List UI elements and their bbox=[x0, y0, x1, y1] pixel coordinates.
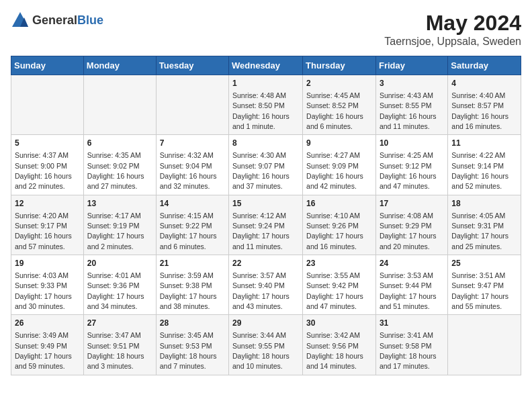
calendar-cell: 26Sunrise: 3:49 AM Sunset: 9:49 PM Dayli… bbox=[11, 315, 84, 375]
header-cell-sunday: Sunday bbox=[11, 56, 84, 75]
day-number: 4 bbox=[451, 78, 517, 89]
day-info: Sunrise: 3:44 AM Sunset: 9:55 PM Dayligh… bbox=[232, 331, 290, 370]
day-number: 21 bbox=[160, 258, 225, 269]
calendar-cell: 20Sunrise: 4:01 AM Sunset: 9:36 PM Dayli… bbox=[83, 255, 156, 315]
header-cell-wednesday: Wednesday bbox=[229, 56, 303, 75]
day-number: 9 bbox=[306, 138, 372, 149]
day-number: 14 bbox=[160, 198, 225, 210]
day-number: 5 bbox=[15, 138, 80, 149]
day-number: 7 bbox=[160, 138, 225, 149]
calendar-cell: 9Sunrise: 4:27 AM Sunset: 9:09 PM Daylig… bbox=[303, 135, 376, 195]
day-number: 3 bbox=[380, 78, 444, 89]
day-info: Sunrise: 4:37 AM Sunset: 9:00 PM Dayligh… bbox=[15, 151, 72, 190]
day-info: Sunrise: 4:25 AM Sunset: 9:12 PM Dayligh… bbox=[380, 151, 437, 190]
day-info: Sunrise: 4:17 AM Sunset: 9:19 PM Dayligh… bbox=[87, 212, 144, 250]
header-cell-monday: Monday bbox=[83, 56, 156, 75]
day-number: 11 bbox=[451, 138, 517, 149]
calendar-cell: 22Sunrise: 3:57 AM Sunset: 9:40 PM Dayli… bbox=[229, 255, 303, 315]
calendar-week-2: 5Sunrise: 4:37 AM Sunset: 9:00 PM Daylig… bbox=[11, 135, 521, 195]
calendar-header: SundayMondayTuesdayWednesdayThursdayFrid… bbox=[11, 56, 521, 75]
day-info: Sunrise: 3:55 AM Sunset: 9:42 PM Dayligh… bbox=[306, 271, 363, 310]
calendar-body: 1Sunrise: 4:48 AM Sunset: 8:50 PM Daylig… bbox=[11, 75, 521, 375]
calendar-cell: 28Sunrise: 3:45 AM Sunset: 9:53 PM Dayli… bbox=[156, 315, 228, 375]
day-number: 10 bbox=[380, 138, 444, 149]
main-title: May 2024 bbox=[384, 11, 521, 36]
calendar-cell: 3Sunrise: 4:43 AM Sunset: 8:55 PM Daylig… bbox=[375, 75, 447, 135]
day-info: Sunrise: 3:59 AM Sunset: 9:38 PM Dayligh… bbox=[160, 271, 217, 310]
calendar-cell: 1Sunrise: 4:48 AM Sunset: 8:50 PM Daylig… bbox=[229, 75, 303, 135]
day-number: 26 bbox=[15, 318, 80, 329]
calendar-cell: 25Sunrise: 3:51 AM Sunset: 9:47 PM Dayli… bbox=[448, 255, 521, 315]
calendar-cell: 16Sunrise: 4:10 AM Sunset: 9:26 PM Dayli… bbox=[303, 195, 376, 255]
calendar-cell: 12Sunrise: 4:20 AM Sunset: 9:17 PM Dayli… bbox=[11, 195, 84, 255]
calendar-cell: 11Sunrise: 4:22 AM Sunset: 9:14 PM Dayli… bbox=[448, 135, 521, 195]
day-number: 13 bbox=[87, 198, 152, 210]
day-number: 17 bbox=[380, 198, 444, 210]
logo-general-text: General bbox=[32, 13, 77, 27]
calendar-cell: 31Sunrise: 3:41 AM Sunset: 9:58 PM Dayli… bbox=[375, 315, 447, 375]
day-number: 30 bbox=[306, 318, 372, 329]
day-number: 16 bbox=[306, 198, 372, 210]
day-info: Sunrise: 4:48 AM Sunset: 8:50 PM Dayligh… bbox=[232, 91, 290, 130]
day-number: 31 bbox=[380, 318, 444, 329]
day-info: Sunrise: 3:53 AM Sunset: 9:44 PM Dayligh… bbox=[380, 271, 437, 310]
calendar-cell: 18Sunrise: 4:05 AM Sunset: 9:31 PM Dayli… bbox=[448, 195, 521, 255]
day-number: 18 bbox=[451, 198, 517, 210]
calendar-cell: 15Sunrise: 4:12 AM Sunset: 9:24 PM Dayli… bbox=[229, 195, 303, 255]
calendar-cell: 2Sunrise: 4:45 AM Sunset: 8:52 PM Daylig… bbox=[303, 75, 376, 135]
day-number: 20 bbox=[87, 258, 152, 269]
logo: GeneralBlue bbox=[11, 11, 103, 30]
day-info: Sunrise: 3:42 AM Sunset: 9:56 PM Dayligh… bbox=[306, 331, 363, 370]
header-cell-tuesday: Tuesday bbox=[156, 56, 228, 75]
calendar-cell bbox=[448, 315, 521, 375]
day-info: Sunrise: 3:47 AM Sunset: 9:51 PM Dayligh… bbox=[87, 331, 144, 370]
day-info: Sunrise: 4:40 AM Sunset: 8:57 PM Dayligh… bbox=[451, 91, 508, 130]
calendar-cell: 19Sunrise: 4:03 AM Sunset: 9:33 PM Dayli… bbox=[11, 255, 84, 315]
day-number: 6 bbox=[87, 138, 152, 149]
calendar-cell: 14Sunrise: 4:15 AM Sunset: 9:22 PM Dayli… bbox=[156, 195, 228, 255]
calendar-week-5: 26Sunrise: 3:49 AM Sunset: 9:49 PM Dayli… bbox=[11, 315, 521, 375]
day-number: 8 bbox=[232, 138, 299, 149]
day-info: Sunrise: 3:49 AM Sunset: 9:49 PM Dayligh… bbox=[15, 331, 72, 370]
day-info: Sunrise: 3:57 AM Sunset: 9:40 PM Dayligh… bbox=[232, 271, 290, 310]
day-number: 22 bbox=[232, 258, 299, 269]
header-cell-friday: Friday bbox=[375, 56, 447, 75]
calendar-cell: 27Sunrise: 3:47 AM Sunset: 9:51 PM Dayli… bbox=[83, 315, 156, 375]
day-info: Sunrise: 4:15 AM Sunset: 9:22 PM Dayligh… bbox=[160, 212, 217, 250]
calendar-cell: 13Sunrise: 4:17 AM Sunset: 9:19 PM Dayli… bbox=[83, 195, 156, 255]
day-number: 2 bbox=[306, 78, 372, 89]
calendar-cell: 17Sunrise: 4:08 AM Sunset: 9:29 PM Dayli… bbox=[375, 195, 447, 255]
day-number: 24 bbox=[380, 258, 444, 269]
day-number: 15 bbox=[232, 198, 299, 210]
day-number: 23 bbox=[306, 258, 372, 269]
calendar-cell: 30Sunrise: 3:42 AM Sunset: 9:56 PM Dayli… bbox=[303, 315, 376, 375]
calendar-cell: 8Sunrise: 4:30 AM Sunset: 9:07 PM Daylig… bbox=[229, 135, 303, 195]
day-number: 12 bbox=[15, 198, 80, 210]
calendar-cell: 4Sunrise: 4:40 AM Sunset: 8:57 PM Daylig… bbox=[448, 75, 521, 135]
day-info: Sunrise: 4:01 AM Sunset: 9:36 PM Dayligh… bbox=[87, 271, 144, 310]
day-info: Sunrise: 4:45 AM Sunset: 8:52 PM Dayligh… bbox=[306, 91, 363, 130]
header-row: SundayMondayTuesdayWednesdayThursdayFrid… bbox=[11, 56, 521, 75]
day-number: 1 bbox=[232, 78, 299, 89]
calendar-week-4: 19Sunrise: 4:03 AM Sunset: 9:33 PM Dayli… bbox=[11, 255, 521, 315]
day-info: Sunrise: 4:05 AM Sunset: 9:31 PM Dayligh… bbox=[451, 212, 508, 250]
day-info: Sunrise: 4:27 AM Sunset: 9:09 PM Dayligh… bbox=[306, 151, 363, 190]
calendar-week-1: 1Sunrise: 4:48 AM Sunset: 8:50 PM Daylig… bbox=[11, 75, 521, 135]
day-info: Sunrise: 4:12 AM Sunset: 9:24 PM Dayligh… bbox=[232, 212, 290, 250]
day-info: Sunrise: 4:03 AM Sunset: 9:33 PM Dayligh… bbox=[15, 271, 72, 310]
calendar-cell: 24Sunrise: 3:53 AM Sunset: 9:44 PM Dayli… bbox=[375, 255, 447, 315]
header-cell-saturday: Saturday bbox=[448, 56, 521, 75]
calendar-cell bbox=[83, 75, 156, 135]
day-info: Sunrise: 4:08 AM Sunset: 9:29 PM Dayligh… bbox=[380, 212, 437, 250]
calendar-cell bbox=[11, 75, 84, 135]
subtitle: Taernsjoe, Uppsala, Sweden bbox=[384, 36, 521, 48]
day-info: Sunrise: 4:20 AM Sunset: 9:17 PM Dayligh… bbox=[15, 212, 72, 250]
day-info: Sunrise: 4:22 AM Sunset: 9:14 PM Dayligh… bbox=[451, 151, 508, 190]
calendar-cell: 7Sunrise: 4:32 AM Sunset: 9:04 PM Daylig… bbox=[156, 135, 228, 195]
day-number: 28 bbox=[160, 318, 225, 329]
header-cell-thursday: Thursday bbox=[303, 56, 376, 75]
day-info: Sunrise: 3:45 AM Sunset: 9:53 PM Dayligh… bbox=[160, 331, 217, 370]
day-info: Sunrise: 4:43 AM Sunset: 8:55 PM Dayligh… bbox=[380, 91, 437, 130]
title-block: May 2024 Taernsjoe, Uppsala, Sweden bbox=[384, 11, 521, 48]
page-header: GeneralBlue May 2024 Taernsjoe, Uppsala,… bbox=[11, 11, 521, 48]
